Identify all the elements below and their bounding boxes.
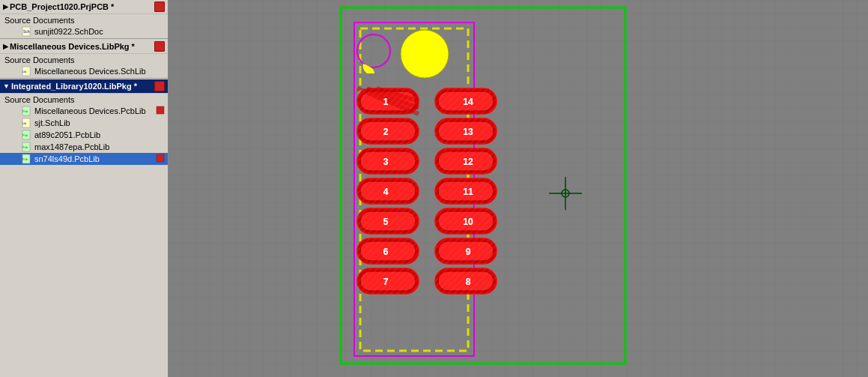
svg-text:Pcb: Pcb: [22, 157, 28, 161]
grid-svg: 1 2 3 4 5 6 7 14 13: [169, 0, 868, 377]
project-3-label: Integrated_Library1020.LibPkg *: [11, 82, 154, 91]
schlib-sjt-icon: Lib: [21, 118, 33, 128]
sidebar: ▶ PCB_Project1020.PrjPCB * Source Docume…: [0, 0, 169, 377]
project-2-label: Miscellaneous Devices.LibPkg *: [10, 42, 154, 51]
pcblib-misc-icon: Pcb: [21, 106, 33, 116]
svg-text:8: 8: [466, 277, 471, 287]
svg-text:9: 9: [466, 247, 471, 257]
project-1-label: PCB_Project1020.PrjPCB *: [10, 2, 154, 11]
schlib-sjt-item[interactable]: Lib sjt.SchLib: [0, 117, 168, 129]
pcblib-at89-item[interactable]: Pcb at89c2051.PcbLib: [0, 129, 168, 141]
project-2-badge: [154, 41, 165, 52]
svg-text:Pcb: Pcb: [22, 133, 28, 137]
svg-text:7: 7: [383, 277, 389, 287]
svg-text:11: 11: [463, 187, 473, 197]
project-3-badge: [154, 81, 165, 91]
pcblib-max-label: max1487epa.PcbLib: [34, 142, 109, 151]
svg-text:14: 14: [463, 97, 473, 107]
schlib-label: Miscellaneous Devices.SchLib: [34, 67, 146, 76]
pcblib-sn74-label: sn74ls49d.PcbLib: [34, 154, 100, 163]
project-3-source-docs: Source Documents: [0, 94, 168, 105]
pcblib-at89-icon: Pcb: [21, 130, 33, 140]
svg-text:12: 12: [463, 157, 473, 167]
svg-text:3: 3: [383, 157, 389, 167]
pcblib-at89-label: at89c2051.PcbLib: [34, 130, 100, 139]
svg-text:Sch: Sch: [23, 29, 30, 34]
schdoc-label: sunjit0922.SchDoc: [34, 27, 103, 36]
svg-text:6: 6: [383, 247, 389, 257]
pcblib-sn74-badge: [156, 154, 165, 164]
svg-text:Lib: Lib: [22, 121, 27, 125]
schdoc-item[interactable]: Sch sunjit0922.SchDoc: [0, 25, 168, 37]
svg-text:Pcb: Pcb: [22, 109, 28, 113]
schlib-item[interactable]: Lib Miscellaneous Devices.SchLib: [0, 65, 168, 77]
svg-point-21: [401, 30, 449, 78]
pcblib-sn74-icon: Pcb: [21, 154, 33, 164]
schlib-sjt-label: sjt.SchLib: [34, 118, 70, 127]
schdoc-icon: Sch: [21, 26, 33, 37]
pcblib-misc-badge: [156, 106, 165, 116]
svg-rect-6: [157, 106, 164, 114]
pcblib-sn74-item[interactable]: Pcb sn74ls49d.PcbLib: [0, 153, 168, 165]
pcblib-misc-label: Miscellaneous Devices.PcbLib: [34, 106, 146, 115]
svg-text:Lib: Lib: [22, 70, 27, 73]
pcb-canvas[interactable]: 1 2 3 4 5 6 7 14 13: [169, 0, 868, 377]
project-1-source-docs: Source Documents: [0, 14, 168, 25]
svg-text:5: 5: [383, 217, 389, 227]
project-2-title[interactable]: ▶ Miscellaneous Devices.LibPkg *: [0, 40, 168, 54]
svg-rect-15: [157, 154, 164, 162]
project-3-title[interactable]: ▼ Integrated_Library1020.LibPkg *: [0, 79, 168, 94]
project-1-title[interactable]: ▶ PCB_Project1020.PrjPCB *: [0, 0, 168, 14]
svg-text:1: 1: [383, 97, 389, 107]
svg-text:2: 2: [383, 127, 389, 137]
svg-text:4: 4: [383, 187, 389, 197]
svg-rect-17: [169, 0, 868, 377]
pcblib-max-icon: Pcb: [21, 142, 33, 152]
pcblib-max-item[interactable]: Pcb max1487epa.PcbLib: [0, 141, 168, 153]
svg-text:10: 10: [463, 217, 473, 227]
svg-text:13: 13: [463, 127, 473, 137]
schlib-icon: Lib: [21, 66, 33, 76]
svg-text:Pcb: Pcb: [22, 145, 28, 149]
project-2-source-docs: Source Documents: [0, 54, 168, 65]
pcblib-misc-item[interactable]: Pcb Miscellaneous Devices.PcbLib: [0, 105, 168, 117]
project-1-badge: [154, 1, 165, 12]
